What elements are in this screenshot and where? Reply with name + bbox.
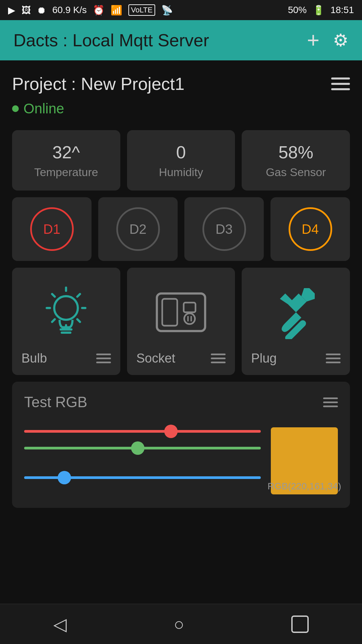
plug-name: Plug	[251, 351, 277, 366]
sensor-row: 32^ Temperature 0 Humidity 58% Gas Senso…	[12, 130, 350, 191]
svg-point-0	[54, 296, 78, 320]
humidity-label: Humidity	[159, 166, 203, 179]
battery-icon: 🔋	[313, 5, 324, 16]
temperature-value: 32^	[52, 142, 80, 162]
d2-circle: D2	[116, 207, 160, 251]
rgb-menu-button[interactable]	[323, 397, 338, 407]
svg-rect-12	[162, 299, 177, 326]
nav-bar: ◁ ○	[0, 604, 362, 644]
app-title: Dacts : Local Mqtt Server	[13, 30, 209, 50]
bulb-icon	[39, 285, 93, 339]
nav-back-button[interactable]: ◁	[53, 614, 67, 634]
plug-menu-button[interactable]	[326, 354, 341, 363]
main-content: Project : New Project1 Online 32^ Temper…	[0, 60, 362, 508]
d3-circle: D3	[202, 207, 246, 251]
plug-icon-area	[269, 280, 323, 344]
socket-card[interactable]: Socket	[127, 268, 235, 375]
humidity-card: 0 Humidity	[127, 130, 235, 191]
red-slider-row	[24, 429, 261, 433]
blue-slider-row	[24, 476, 261, 480]
green-slider-thumb[interactable]	[131, 441, 144, 455]
alarm-icon: ⏰	[93, 5, 105, 16]
signal-icon: 📶	[111, 5, 122, 16]
youtube-icon: ▶	[8, 5, 15, 16]
svg-rect-13	[184, 303, 195, 312]
temperature-label: Temperature	[34, 166, 98, 179]
volte-icon: VoLTE	[128, 4, 155, 16]
project-menu-button[interactable]	[331, 77, 350, 90]
gas-value: 58%	[279, 142, 313, 162]
svg-line-5	[52, 294, 55, 297]
add-button[interactable]: +	[307, 28, 319, 53]
project-title: Project : New Project1	[12, 74, 184, 94]
plug-card[interactable]: Plug	[242, 268, 350, 375]
online-status: Online	[12, 101, 350, 117]
d3-label: D3	[216, 222, 233, 237]
bulb-card[interactable]: Bulb	[12, 268, 120, 375]
plug-footer: Plug	[251, 351, 341, 366]
humidity-value: 0	[176, 142, 186, 162]
device-row: Bulb Socket	[12, 268, 350, 375]
network-icon: 📡	[161, 5, 173, 16]
temperature-card: 32^ Temperature	[12, 130, 120, 191]
socket-footer: Socket	[136, 351, 226, 366]
rgb-color-preview: RGB(220,161,34)	[271, 427, 338, 494]
status-bar: ▶ 🖼 ⏺ 60.9 K/s ⏰ 📶 VoLTE 📡 50% 🔋 18:51	[0, 0, 362, 20]
d4-button[interactable]: D4	[270, 197, 350, 261]
d4-circle: D4	[289, 207, 332, 251]
d-buttons-row: D1 D2 D3 D4	[12, 197, 350, 261]
d3-button[interactable]: D3	[184, 197, 264, 261]
clock: 18:51	[330, 5, 354, 15]
speed-indicator: 60.9 K/s	[52, 5, 87, 15]
d2-button[interactable]: D2	[98, 197, 178, 261]
gas-label: Gas Sensor	[266, 166, 326, 179]
rgb-value-label: RGB(220,161,34)	[267, 481, 341, 492]
green-slider-row	[24, 446, 261, 450]
plug-icon	[269, 285, 323, 339]
nav-recents-button[interactable]	[291, 615, 309, 633]
blue-slider-thumb[interactable]	[58, 471, 71, 484]
svg-line-7	[77, 294, 80, 297]
battery-level: 50%	[288, 5, 307, 15]
record-icon: ⏺	[37, 5, 46, 16]
gallery-icon: 🖼	[21, 5, 31, 16]
red-slider-track	[24, 430, 261, 433]
d4-label: D4	[302, 222, 319, 237]
bulb-footer: Bulb	[21, 351, 111, 366]
settings-button[interactable]: ⚙	[333, 30, 349, 50]
d1-circle: D1	[30, 207, 74, 251]
app-bar: Dacts : Local Mqtt Server + ⚙	[0, 20, 362, 60]
svg-line-8	[52, 319, 55, 322]
d1-label: D1	[43, 222, 60, 237]
rgb-header: Test RGB	[24, 394, 338, 411]
red-slider-thumb[interactable]	[164, 425, 178, 438]
green-slider-track-container[interactable]	[24, 446, 261, 450]
rgb-card: Test RGB	[12, 382, 350, 508]
bulb-menu-button[interactable]	[96, 354, 111, 363]
bulb-icon-area	[39, 280, 93, 344]
socket-name: Socket	[136, 351, 175, 366]
svg-line-6	[77, 319, 80, 322]
bulb-name: Bulb	[21, 351, 47, 366]
gas-sensor-card: 58% Gas Sensor	[242, 130, 350, 191]
socket-menu-button[interactable]	[211, 354, 226, 363]
online-text: Online	[23, 101, 64, 117]
rgb-title: Test RGB	[24, 394, 87, 411]
red-slider-track-container[interactable]	[24, 429, 261, 433]
blue-slider-track-container[interactable]	[24, 476, 261, 480]
socket-icon-area	[154, 280, 208, 344]
nav-home-button[interactable]: ○	[174, 614, 184, 634]
svg-point-14	[184, 313, 195, 324]
d2-label: D2	[129, 222, 146, 237]
socket-icon	[154, 290, 208, 334]
online-dot	[12, 105, 19, 112]
d1-button[interactable]: D1	[12, 197, 92, 261]
project-header: Project : New Project1	[12, 74, 350, 94]
